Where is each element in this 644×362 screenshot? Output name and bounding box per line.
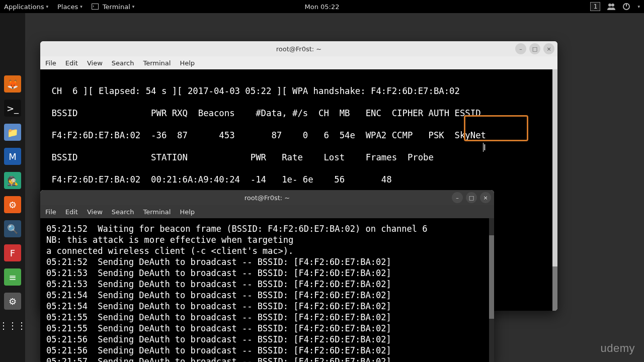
menu-edit[interactable]: Edit [65,208,78,216]
menubar: FileEditViewSearchTerminalHelp [40,205,494,218]
firefox-icon[interactable]: 🦊 [4,75,21,93]
watermark-text: udemy [600,342,635,354]
titlebar[interactable]: root@Fr0st: ~ – □ × [40,190,494,205]
workspace-number: 1 [594,3,598,10]
terminal-icon: › [92,4,99,10]
ap-table-row: F4:F2:6D:E7:BA:02 -36 87 453 87 0 6 54e … [46,130,486,140]
titlebar[interactable]: root@Fr0st: ~ – □ × [40,41,557,56]
station-table-row: F4:F2:6D:E7:BA:02 00:21:6A:A9:40:24 -14 … [46,174,392,185]
minimize-button[interactable]: – [515,43,526,54]
menu-terminal[interactable]: Terminal [143,208,171,216]
station-table-header: BSSID STATION PWR Rate Lost Frames Probe [46,152,434,162]
terminal-output[interactable]: 05:21:52 Waiting for beacon frame (BSSID… [40,218,494,362]
menu-search[interactable]: Search [112,59,134,67]
scrollbar[interactable] [552,69,557,311]
maximize-button[interactable]: □ [466,192,477,203]
places-menu[interactable]: Places ▾ [57,3,83,11]
menu-edit[interactable]: Edit [65,59,78,67]
clock-text: Mon 05:22 [304,3,339,11]
menu-help[interactable]: Help [180,208,195,216]
svg-point-1 [611,4,614,7]
svg-point-0 [608,4,611,7]
armitage-icon[interactable]: 🕵 [4,172,21,189]
close-button[interactable]: × [480,192,491,203]
menu-file[interactable]: File [45,208,56,216]
menu-view[interactable]: View [87,208,103,216]
close-button[interactable]: × [543,43,554,54]
chevron-down-icon: ▾ [132,4,135,9]
topbar-terminal[interactable]: › Terminal ▾ [92,3,134,11]
settings-icon[interactable]: ⚙ [4,293,21,310]
launcher-dock: 🦊>_📁M🕵⚙🔍F≡⚙⋮⋮⋮ [0,13,25,362]
text-cursor: I [483,143,484,152]
window-title: root@Fr0st: ~ [245,194,290,202]
window-title: root@Fr0st: ~ [276,45,322,53]
watermark: udemy [600,342,635,355]
chevron-down-icon[interactable]: ▾ [637,4,640,9]
users-icon[interactable] [607,3,615,11]
menu-terminal[interactable]: Terminal [143,59,171,67]
terminal-label: Terminal [103,3,130,11]
ap-table-header: BSSID PWR RXQ Beacons #Data, #/s CH MB E… [46,108,481,118]
apps-icon[interactable]: ⋮⋮⋮ [4,317,21,334]
scrollbar[interactable] [489,218,494,362]
tweak-icon[interactable]: ≡ [4,268,21,286]
power-icon[interactable] [622,3,630,11]
burp-icon[interactable]: ⚙ [4,196,21,213]
terminal-icon[interactable]: >_ [4,100,21,117]
files-icon[interactable]: 📁 [4,124,21,141]
menu-view[interactable]: View [87,59,103,67]
wireshark-icon[interactable]: 🔍 [4,220,21,237]
leafpad-icon[interactable]: F [4,244,21,261]
places-label: Places [57,3,78,11]
menu-file[interactable]: File [45,59,56,67]
menu-help[interactable]: Help [180,59,195,67]
workspace-indicator[interactable]: 1 [590,2,600,11]
applications-menu[interactable]: Applications ▾ [4,3,48,11]
chevron-down-icon: ▾ [80,4,83,9]
clock[interactable]: Mon 05:22 [304,3,339,11]
chevron-down-icon: ▾ [46,4,48,9]
scrollbar-thumb[interactable] [552,266,557,311]
minimize-button[interactable]: – [452,192,463,203]
scrollbar-thumb[interactable] [489,235,494,319]
terminal-window-aireplay: root@Fr0st: ~ – □ × FileEditViewSearchTe… [40,190,494,362]
menubar: FileEditViewSearchTerminalHelp [40,56,557,69]
top-panel: Applications ▾ Places ▾ › Terminal ▾ Mon… [0,0,644,13]
airodump-status-line: CH 6 ][ Elapsed: 54 s ][ 2017-04-03 05:2… [46,86,460,96]
metasploit-icon[interactable]: M [4,148,21,165]
menu-search[interactable]: Search [112,208,134,216]
applications-label: Applications [4,3,44,11]
maximize-button[interactable]: □ [529,43,540,54]
